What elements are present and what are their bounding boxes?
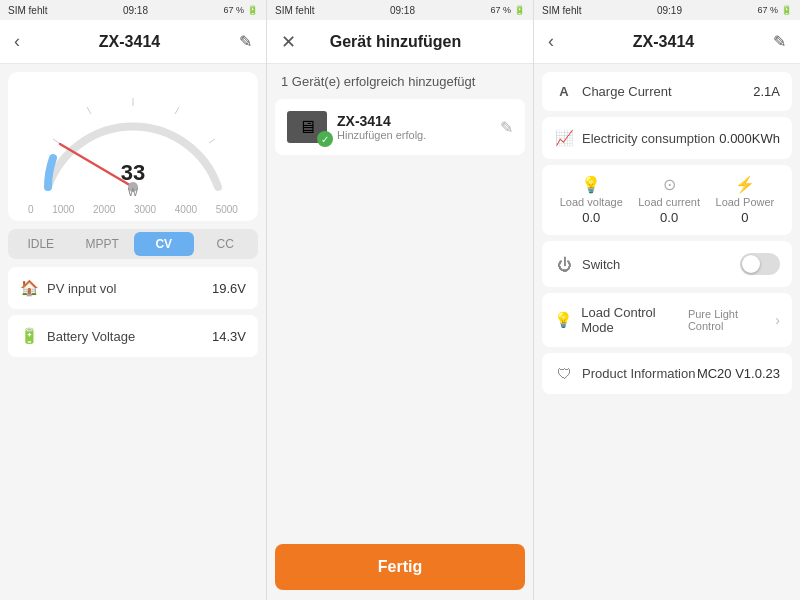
panel3-header: ‹ ZX-3414 ✎ [534,20,800,64]
status-panel-2: SIM fehlt 09:18 67 %🔋 [267,0,534,20]
panel1-title: ZX-3414 [99,33,160,51]
device-info: ZX-3414 Hinzufügen erfolg. [337,113,490,141]
load-current-icon: ⊙ [638,175,700,194]
electricity-value: 0.000KWh [719,131,780,146]
load-voltage-icon: 💡 [560,175,623,194]
panel2-header: ✕ Gerät hinzufügen [267,20,533,64]
edit-icon-3[interactable]: ✎ [773,32,786,51]
gauge-unit: W [121,186,145,198]
load-power-value: 0 [716,210,775,225]
battery-label: Battery Voltage [47,329,135,344]
stat-pv-input: 🏠 PV input vol 19.6V [8,267,258,309]
load-power-icon: ⚡ [716,175,775,194]
pv-label: PV input vol [47,281,116,296]
gauge-svg-wrap: 33 W [28,82,238,202]
mode-tabs: IDLE MPPT CV CC [8,229,258,259]
charge-current-icon: A [554,84,574,99]
status-panel-1: SIM fehlt 09:18 67 %🔋 [0,0,267,20]
chevron-right-icon: › [775,312,780,328]
pv-icon: 🏠 [20,279,39,297]
electricity-consumption-row: 📈 Electricity consumption 0.000KWh [542,117,792,159]
fertig-button[interactable]: Fertig [275,544,525,590]
switch-label: Switch [582,257,620,272]
toggle-thumb [742,255,760,273]
back-button-1[interactable]: ‹ [14,31,20,52]
load-voltage-item: 💡 Load voltage 0.0 [560,175,623,225]
load-power-label: Load Power [716,196,775,208]
electricity-icon: 📈 [554,129,574,147]
panel1-header: ‹ ZX-3414 ✎ [0,20,266,64]
charge-current-label: Charge Current [582,84,672,99]
charge-current-value: 2.1A [753,84,780,99]
battery-3: 67 %🔋 [757,5,792,15]
product-icon: 🛡 [554,365,574,382]
product-value: MC20 V1.0.23 [697,366,780,381]
tab-cv[interactable]: CV [134,232,194,256]
device-icon-wrap: 🖥 ✓ [287,111,327,143]
device-card: 🖥 ✓ ZX-3414 Hinzufügen erfolg. ✎ [275,99,525,155]
device-check-icon: ✓ [317,131,333,147]
battery-value: 14.3V [212,329,246,344]
svg-line-3 [175,107,179,114]
tab-mppt[interactable]: MPPT [73,232,133,256]
load-current-item: ⊙ Load current 0.0 [638,175,700,225]
load-current-value: 0.0 [638,210,700,225]
gauge-value-display: 33 W [121,160,145,198]
load-voltage-label: Load voltage [560,196,623,208]
battery-1: 67 %🔋 [223,5,258,15]
device-name: ZX-3414 [337,113,490,129]
battery-icon: 🔋 [20,327,39,345]
back-button-3[interactable]: ‹ [548,31,554,52]
status-panel-3: SIM fehlt 09:19 67 %🔋 [534,0,800,20]
charge-current-row: A Charge Current 2.1A [542,72,792,111]
panels-container: ‹ ZX-3414 ✎ [0,20,800,600]
svg-line-4 [209,139,215,143]
time-2: 09:18 [390,5,415,16]
close-button[interactable]: ✕ [281,31,296,53]
panel2-title: Gerät hinzufügen [296,33,495,51]
electricity-label: Electricity consumption [582,131,715,146]
switch-toggle[interactable] [740,253,780,275]
gauge-container: 33 W 0 1000 2000 3000 4000 5000 [8,72,258,221]
battery-2: 67 %🔋 [490,5,525,15]
pv-value: 19.6V [212,281,246,296]
load-power-item: ⚡ Load Power 0 [716,175,775,225]
gauge-labels: 0 1000 2000 3000 4000 5000 [28,204,238,215]
panel-device-gauge: ‹ ZX-3414 ✎ [0,20,267,600]
time-1: 09:18 [123,5,148,16]
switch-row: ⏻ Switch [542,241,792,287]
sim-label-1: SIM fehlt [8,5,47,16]
panel3-title: ZX-3414 [633,33,694,51]
load-control-icon: 💡 [554,311,573,329]
sim-label-3: SIM fehlt [542,5,581,16]
load-items-row: 💡 Load voltage 0.0 ⊙ Load current 0.0 ⚡ … [542,165,792,235]
sim-label-2: SIM fehlt [275,5,314,16]
svg-line-5 [53,139,59,143]
product-label: Product Information [582,366,695,381]
load-voltage-value: 0.0 [560,210,623,225]
stat-battery-voltage: 🔋 Battery Voltage 14.3V [8,315,258,357]
load-control-mode-row[interactable]: 💡 Load Control Mode Pure Light Control › [542,293,792,347]
tab-idle[interactable]: IDLE [11,232,71,256]
load-current-label: Load current [638,196,700,208]
product-info-row: 🛡 Product Information MC20 V1.0.23 [542,353,792,394]
time-3: 09:19 [657,5,682,16]
load-control-label: Load Control Mode [581,305,688,335]
switch-power-icon: ⏻ [554,256,574,273]
gauge-number: 33 [121,160,145,186]
panel-add-device: ✕ Gerät hinzufügen 1 Gerät(e) erfolgreic… [267,20,534,600]
load-control-value: Pure Light Control [688,308,773,332]
success-message: 1 Gerät(e) erfolgreich hinzugefügt [267,64,533,99]
edit-icon-1[interactable]: ✎ [239,32,252,51]
panel-device-detail: ‹ ZX-3414 ✎ A Charge Current 2.1A 📈 Elec… [534,20,800,600]
svg-line-6 [87,107,91,114]
device-sub-label: Hinzufügen erfolg. [337,129,490,141]
tab-cc[interactable]: CC [196,232,256,256]
status-bar: SIM fehlt 09:18 67 %🔋 SIM fehlt 09:18 67… [0,0,800,20]
device-edit-icon[interactable]: ✎ [500,118,513,137]
